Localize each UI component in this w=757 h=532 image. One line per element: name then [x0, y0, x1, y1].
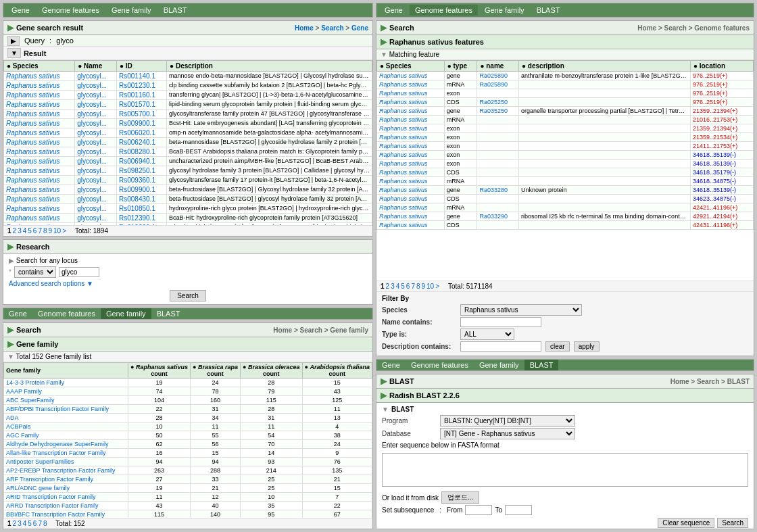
gene-search-row[interactable]: Raphanus sativus glycosyl... Rs005700.1 …	[4, 110, 372, 119]
gene-id-link[interactable]: Rs010850.1	[119, 205, 155, 212]
gene-family-link[interactable]: BBI/BFC Transcription Factor Family	[6, 511, 105, 518]
bottom-tab-gene-family[interactable]: Gene family	[101, 308, 151, 319]
gene-family-row[interactable]: BBI/BFC Transcription Factor Family 115 …	[4, 510, 372, 518]
page-btn[interactable]: 10	[53, 227, 61, 235]
gf-page-btn[interactable]: 3	[18, 520, 22, 527]
species-link[interactable]: Raphanus sativus	[6, 72, 60, 80]
contains-select[interactable]: contains	[14, 266, 56, 278]
gene-family-row[interactable]: AGC Family 50 55 54 38	[4, 431, 372, 440]
genome-feature-row[interactable]: Raphanus sativus mRNA 42421..41196(+)	[377, 203, 754, 212]
genome-feature-row[interactable]: Raphanus sativus exon 21359..21394(+)	[377, 124, 754, 133]
gene-name-link[interactable]: glycosyl...	[77, 82, 107, 89]
genome-feature-row[interactable]: Raphanus sativus CDS 34623..34875(-)	[377, 195, 754, 203]
gene-id-link[interactable]: Rs009900.1	[119, 186, 155, 193]
advanced-search-toggle[interactable]: Advanced search options ▼	[9, 280, 367, 287]
page-btn[interactable]: 7	[38, 227, 42, 235]
genome-page-btn[interactable]: 7	[411, 283, 415, 290]
gene-family-link[interactable]: ADA	[6, 414, 19, 421]
gene-search-row[interactable]: Raphanus sativus glycosyl... Rs009900.1 …	[4, 119, 372, 128]
gene-search-row[interactable]: Raphanus sativus glycosyl... Rs008280.1 …	[4, 147, 372, 157]
species-link[interactable]: Raphanus sativus	[6, 82, 60, 89]
gene-search-row[interactable]: Raphanus sativus glycosyl... Rs001570.1 …	[4, 100, 372, 110]
genome-page-btn[interactable]: >	[435, 283, 439, 290]
species-link[interactable]: Raphanus sativus	[6, 195, 60, 203]
gene-family-link[interactable]: ACBPaIs	[6, 423, 31, 430]
gene-name-link[interactable]: glycosyl...	[77, 101, 107, 108]
gene-id-link[interactable]: Rs006240.1	[119, 139, 155, 146]
species-link[interactable]: Raphanus sativus	[6, 158, 60, 165]
page-btn[interactable]: 4	[23, 227, 27, 235]
gf-page-btn[interactable]: 4	[23, 520, 27, 527]
genome-feature-row[interactable]: Raphanus sativus gene Ra033280 Unknown p…	[377, 186, 754, 195]
gene-name-link[interactable]: glycosyl...	[77, 120, 107, 127]
gene-search-row[interactable]: Raphanus sativus glycosyl... Rs006020.1 …	[4, 128, 372, 138]
gene-search-row[interactable]: Raphanus sativus glycosyl... Rs098250.1 …	[4, 166, 372, 176]
filter-desc-input[interactable]	[460, 341, 541, 352]
page-btn[interactable]: 9	[49, 227, 53, 235]
blast-search-btn[interactable]: Search	[717, 518, 748, 528]
right-tab-gene[interactable]: Gene	[379, 5, 408, 16]
program-select[interactable]: BLASTN: Query[NT] DB:[NT]	[440, 415, 575, 427]
gene-family-link[interactable]: AGC Family	[6, 432, 39, 439]
genome-feature-row[interactable]: Raphanus sativus exon 976..2519(+)	[377, 89, 754, 98]
left-tab-genome-features[interactable]: Genome features	[36, 5, 105, 16]
gene-id-link[interactable]: Rs001230.1	[119, 82, 155, 89]
gene-search-row[interactable]: Raphanus sativus glycosyl... Rs010850.1 …	[4, 204, 372, 214]
species-link[interactable]: Raphanus sativus	[6, 148, 60, 155]
right-tab-genome-features[interactable]: Genome features	[410, 5, 478, 16]
left-tab-gene-family[interactable]: Gene family	[106, 5, 157, 16]
gene-name-link[interactable]: glycosyl...	[77, 158, 107, 165]
gene-id-link[interactable]: Rs098250.1	[119, 167, 155, 174]
gene-name-link[interactable]: glycosyl...	[77, 167, 107, 174]
gene-family-link[interactable]: Allan-like Transcription Factor Family	[6, 450, 106, 456]
locus-search-input[interactable]	[59, 267, 99, 277]
genome-feature-row[interactable]: Raphanus sativus CDS 42431..41196(+)	[377, 221, 754, 230]
gene-family-link[interactable]: Antiposter SuperFamilies	[6, 458, 74, 465]
gene-family-row[interactable]: AAAP Family 74 78 79 43	[4, 387, 372, 396]
right-tab-gene-family[interactable]: Gene family	[479, 5, 530, 16]
left-tab-blast[interactable]: BLAST	[158, 5, 193, 16]
database-select[interactable]: [NT] Gene - Raphanus sativus	[440, 428, 575, 439]
to-input[interactable]	[505, 505, 532, 515]
gene-name-link[interactable]: glycosyl...	[77, 214, 107, 222]
gene-family-row[interactable]: 14-3-3 Protein Family 19 24 28 15	[4, 379, 372, 387]
right-tab-blast[interactable]: BLAST	[531, 5, 566, 16]
gene-family-row[interactable]: ARL/ADNC gene family 19 21 25 15	[4, 484, 372, 493]
gene-family-link[interactable]: 14-3-3 Protein Family	[6, 379, 64, 386]
genome-feature-row[interactable]: Raphanus sativus CDS 34618..35179(-)	[377, 168, 754, 177]
genome-page-btn[interactable]: 1	[381, 283, 385, 290]
search-button[interactable]: Search	[170, 290, 206, 301]
page-btn[interactable]: 5	[28, 227, 32, 235]
from-input[interactable]	[465, 505, 492, 515]
gene-search-row[interactable]: Raphanus sativus glycosyl... Rs012390.1 …	[4, 214, 372, 223]
gf-page-btn[interactable]: 8	[43, 520, 47, 527]
species-link[interactable]: Raphanus sativus	[6, 214, 60, 222]
species-link[interactable]: Raphanus sativus	[6, 101, 60, 108]
genome-feature-row[interactable]: Raphanus sativus exon 34618..35139(-)	[377, 151, 754, 160]
genome-page-btn[interactable]: 2	[386, 283, 390, 290]
gene-id-link[interactable]: Rs009900.1	[119, 120, 155, 127]
gene-name-link[interactable]: glycosyl...	[77, 110, 107, 118]
gene-name-link[interactable]: glycosyl...	[77, 129, 107, 137]
gf-page-btn[interactable]: 1	[7, 520, 11, 527]
species-link[interactable]: Raphanus sativus	[6, 129, 60, 137]
gene-family-row[interactable]: ACBPaIs 10 11 11 4	[4, 422, 372, 431]
gene-family-row[interactable]: ARF Transcription Factor Family 27 33 25…	[4, 475, 372, 484]
clear-sequence-btn[interactable]: Clear sequence	[658, 518, 714, 528]
gene-id-link[interactable]: Rs001160.1	[119, 91, 155, 99]
gf-page-btn[interactable]: 7	[38, 520, 42, 527]
gene-search-row[interactable]: Raphanus sativus glycosyl... Rs006240.1 …	[4, 138, 372, 147]
gf-page-btn[interactable]: 5	[28, 520, 32, 527]
page-btn[interactable]: 8	[43, 227, 47, 235]
gene-family-row[interactable]: ABC SuperFamily 104 160 115 125	[4, 396, 372, 405]
right-btab-blast[interactable]: BLAST	[524, 360, 559, 370]
species-link[interactable]: Raphanus sativus	[6, 139, 60, 146]
gene-id-link[interactable]: Rs001140.1	[119, 72, 155, 80]
gene-family-link[interactable]: ABF/DPBI Transcription Factor Family	[6, 406, 109, 412]
bottom-tab-genome-features[interactable]: Genome features	[32, 308, 101, 319]
gene-id-link[interactable]: Rs006940.1	[119, 158, 155, 165]
left-tab-gene[interactable]: Gene	[6, 5, 35, 16]
gene-search-row[interactable]: Raphanus sativus glycosyl... Rs001160.1 …	[4, 91, 372, 100]
genome-feature-row[interactable]: Raphanus sativus mRNA 34618..34875(-)	[377, 177, 754, 186]
filter-name-input[interactable]	[460, 317, 541, 327]
